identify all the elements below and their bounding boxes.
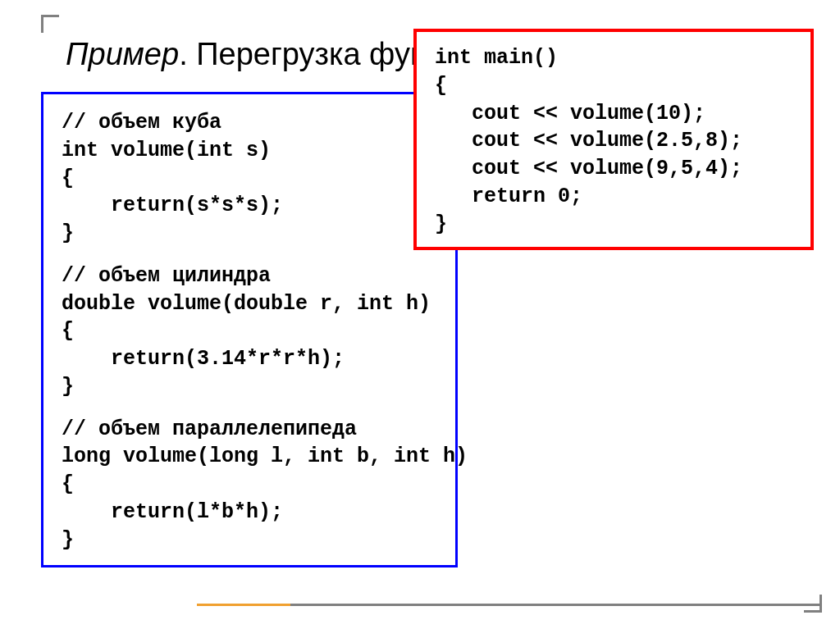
code-block-cylinder: // объем цилиндра double volume(double r… [62, 262, 437, 401]
main-line7: } [435, 212, 447, 236]
cube-signature: int volume(int s) [62, 139, 271, 162]
cube-open: { [62, 166, 74, 190]
parallelepiped-close: } [62, 528, 74, 552]
cylinder-comment: // объем цилиндра [62, 264, 271, 288]
corner-decoration-top [41, 15, 59, 33]
slide-container: Пример. Перегрузка функц // объем куба i… [0, 0, 840, 629]
cube-body: return(s*s*s); [62, 194, 283, 217]
cylinder-body: return(3.14*r*r*h); [62, 347, 345, 371]
cube-comment: // объем куба [62, 111, 221, 134]
corner-decoration-bottom [804, 595, 822, 613]
main-code: int main() { cout << volume(10); cout <<… [435, 44, 792, 238]
main-line6: return 0; [435, 185, 582, 208]
main-line5: cout << volume(9,5,4); [435, 157, 742, 180]
code-block-parallelepiped: // объем параллелепипеда long volume(lon… [62, 416, 437, 554]
parallelepiped-open: { [62, 472, 74, 496]
code-box-functions: // объем куба int volume(int s) { return… [41, 92, 458, 567]
parallelepiped-comment: // объем параллелепипеда [62, 417, 357, 441]
cylinder-close: } [62, 375, 74, 399]
cube-close: } [62, 221, 74, 245]
main-line3: cout << volume(10); [435, 102, 705, 125]
code-box-main: int main() { cout << volume(10); cout <<… [413, 29, 814, 250]
main-line1: int main() [435, 46, 558, 70]
main-line2: { [435, 74, 447, 98]
code-block-cube: // объем куба int volume(int s) { return… [62, 109, 437, 248]
bottom-decoration [197, 604, 820, 606]
cylinder-open: { [62, 319, 74, 343]
parallelepiped-signature: long volume(long l, int b, int h) [62, 444, 468, 468]
parallelepiped-body: return(l*b*h); [62, 500, 283, 524]
cylinder-signature: double volume(double r, int h) [62, 292, 431, 316]
main-line4: cout << volume(2.5,8); [435, 129, 742, 153]
title-italic: Пример [66, 37, 179, 71]
